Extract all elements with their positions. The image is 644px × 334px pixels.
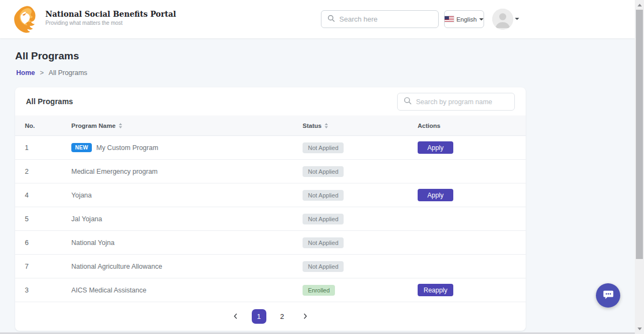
table-row: 2 Medical Emergency program Not Applied (15, 160, 526, 183)
status-badge: Enrolled (303, 285, 335, 296)
sort-icon[interactable] (325, 123, 328, 128)
page-button-1[interactable]: 1 (252, 309, 266, 324)
program-name: Medical Emergency program (71, 168, 158, 175)
program-name: Jal Yojana (71, 215, 102, 223)
user-menu-caret-icon[interactable] (515, 18, 519, 20)
table-row: 7 National Agriculture Allowance Not App… (15, 255, 526, 278)
chevron-right-icon[interactable] (298, 309, 313, 324)
table-body: 1 NEW My Custom Program Not Applied Appl… (15, 136, 526, 302)
search-icon (327, 15, 335, 24)
program-search-input[interactable] (416, 98, 508, 106)
programs-card: All Programs No. Program Name Status Act… (15, 87, 526, 331)
program-name: Yojana (71, 192, 92, 199)
scrollbar-up-arrow-icon[interactable] (638, 4, 642, 6)
status-badge: Not Applied (303, 190, 344, 201)
table-row: 5 Jal Yojana Not Applied (15, 207, 526, 231)
row-number: 5 (25, 215, 71, 223)
us-flag-icon (445, 16, 454, 22)
table-header-row: No. Program Name Status Actions (15, 115, 526, 136)
header-search-input[interactable] (339, 15, 432, 23)
card-title: All Programs (26, 97, 73, 106)
status-badge: Not Applied (303, 166, 344, 177)
table-row: 6 National Yojna Not Applied (15, 231, 526, 255)
program-name: National Agriculture Allowance (71, 263, 162, 270)
column-header-program-name[interactable]: Program Name (71, 122, 303, 129)
program-search[interactable] (397, 93, 515, 111)
row-number: 4 (25, 192, 71, 199)
table-row: 4 Yojana Not Applied Apply (15, 183, 526, 207)
column-header-actions: Actions (418, 122, 526, 129)
status-badge: Not Applied (303, 261, 344, 272)
status-badge: Not Applied (303, 237, 344, 248)
language-selector-button[interactable]: English (444, 10, 484, 28)
row-number: 7 (25, 263, 71, 270)
chat-fab-button[interactable] (596, 283, 620, 308)
chat-icon (602, 289, 614, 303)
lion-logo-icon (12, 5, 41, 34)
scrollbar-down-arrow-icon[interactable] (638, 328, 642, 330)
search-icon (404, 97, 412, 107)
page-button-2[interactable]: 2 (275, 309, 290, 324)
vertical-scrollbar[interactable] (635, 0, 644, 334)
program-name: National Yojna (71, 239, 115, 247)
breadcrumb-separator: > (40, 69, 44, 77)
status-badge: Not Applied (303, 214, 344, 224)
user-avatar[interactable] (492, 9, 513, 30)
top-header: National Social Benefits Portal Providin… (0, 0, 635, 38)
status-badge: Not Applied (303, 142, 344, 153)
breadcrumb: Home > All Programs (16, 69, 88, 77)
pagination: 1 2 (15, 302, 526, 330)
page-title: All Programs (15, 50, 79, 62)
header-search[interactable] (321, 10, 439, 28)
row-number: 2 (25, 168, 71, 175)
chevron-left-icon[interactable] (229, 309, 243, 324)
table-row: 1 NEW My Custom Program Not Applied Appl… (15, 136, 526, 160)
program-name: My Custom Program (96, 144, 158, 152)
action-button[interactable]: Reapply (418, 284, 453, 296)
new-badge: NEW (71, 143, 92, 152)
column-header-status[interactable]: Status (303, 122, 418, 129)
action-button[interactable]: Apply (418, 141, 453, 154)
sort-icon[interactable] (119, 123, 122, 128)
action-button[interactable]: Apply (418, 189, 453, 201)
scrollbar-thumb[interactable] (636, 10, 643, 259)
row-number: 3 (25, 287, 71, 294)
row-number: 1 (25, 144, 71, 152)
breadcrumb-current: All Programs (49, 69, 88, 77)
column-header-no: No. (25, 122, 71, 129)
table-row: 3 AICS Medical Assistance Enrolled Reapp… (15, 278, 526, 302)
program-name: AICS Medical Assistance (71, 287, 146, 294)
row-number: 6 (25, 239, 71, 247)
breadcrumb-home-link[interactable]: Home (16, 69, 35, 77)
brand-title: National Social Benefits Portal (45, 10, 176, 18)
language-label: English (457, 16, 477, 23)
chevron-down-icon (479, 18, 484, 21)
brand-subtitle: Providing what matters the most (45, 20, 176, 26)
